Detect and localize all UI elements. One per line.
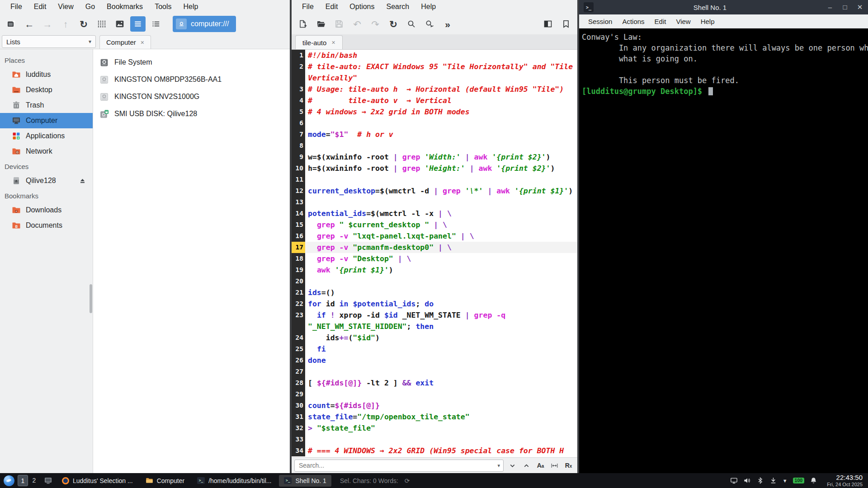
layout-caret-icon[interactable]: ▼ <box>783 478 788 483</box>
code-line: 5# 4 windows → 2x2 grid in BOTH modes <box>292 106 577 117</box>
tab-computer[interactable]: Computer × <box>99 35 151 49</box>
editor-menu-search[interactable]: Search <box>382 1 415 13</box>
file-item[interactable]: KINGSTON SNV2S1000G <box>99 88 290 105</box>
sidebar-item-ludditus[interactable]: ludditus <box>0 67 93 82</box>
close-icon[interactable]: × <box>331 39 335 46</box>
maximize-button[interactable]: □ <box>841 3 849 11</box>
match-case-button[interactable]: Aa <box>534 460 547 471</box>
search-button[interactable] <box>404 16 419 32</box>
window-controls: – □ ✕ <box>826 3 863 11</box>
overflow-button[interactable]: » <box>440 16 455 32</box>
thumbnail-view-button[interactable] <box>112 16 127 32</box>
reload-button[interactable]: ↻ <box>76 16 91 32</box>
code-line: 13 <box>292 197 577 208</box>
regex-button[interactable]: Rx <box>562 460 575 471</box>
undo-button[interactable]: ↶ <box>349 16 365 32</box>
sidebar-item-downloads[interactable]: Downloads <box>0 202 93 218</box>
close-icon[interactable]: × <box>141 39 144 46</box>
line-number: 24 <box>292 332 305 343</box>
fm-menu-file[interactable]: File <box>5 1 27 13</box>
minimize-button[interactable]: – <box>826 3 834 11</box>
fm-menu-edit[interactable]: Edit <box>29 1 52 13</box>
fm-menu-tools[interactable]: Tools <box>150 1 176 13</box>
go-forward-button[interactable]: → <box>40 16 55 32</box>
download-icon[interactable] <box>769 477 777 484</box>
save-file-button[interactable] <box>331 16 347 32</box>
side-pane-button[interactable] <box>540 16 556 32</box>
close-button[interactable]: ✕ <box>856 3 863 11</box>
volume-icon[interactable] <box>743 477 751 484</box>
find-next-button[interactable] <box>506 460 519 471</box>
editor-menu-file[interactable]: File <box>297 1 319 13</box>
search-input-wrap: ▾ <box>294 460 504 472</box>
fm-menu-go[interactable]: Go <box>80 1 100 13</box>
editor-menu-edit[interactable]: Edit <box>321 1 343 13</box>
code-area[interactable]: 1#!/bin/bash2# tile-auto: EXACT Windows … <box>292 50 577 458</box>
sidebar-item-documents[interactable]: Documents <box>0 218 93 233</box>
reload-button[interactable]: ↻ <box>386 16 401 32</box>
show-desktop-button[interactable] <box>42 475 54 486</box>
clock[interactable]: 22:43:50 Fri, 24 Oct 2025 <box>827 474 864 487</box>
file-item[interactable]: KINGSTON OM8PDP3256B-AA1 <box>99 71 290 88</box>
firefox-icon <box>62 477 69 484</box>
address-bar[interactable]: computer:/// <box>173 16 236 32</box>
terminal-screen[interactable]: Conway's Law: In any organization there … <box>579 28 868 474</box>
list-view-button[interactable] <box>130 16 146 32</box>
bluetooth-icon[interactable] <box>756 477 764 484</box>
go-back-button[interactable]: ← <box>22 16 37 32</box>
sidebar-item-applications[interactable]: Applications <box>0 128 93 144</box>
sidebar-item-computer[interactable]: Computer <box>0 113 93 128</box>
new-window-button[interactable] <box>4 16 19 32</box>
display-icon[interactable] <box>730 477 738 484</box>
search-input[interactable] <box>298 461 497 469</box>
battery-icon[interactable]: 100 <box>793 478 805 484</box>
terminal-menu-edit[interactable]: Edit <box>650 16 671 27</box>
terminal-menu-actions[interactable]: Actions <box>618 16 649 27</box>
line-number: 21 <box>292 287 305 298</box>
find-replace-button[interactable] <box>422 16 437 32</box>
sidebar-mode-select[interactable]: Lists ▾ <box>2 35 96 48</box>
tab-tile-auto[interactable]: tile-auto × <box>295 35 343 49</box>
terminal-menu-session[interactable]: Session <box>584 16 617 27</box>
open-file-button[interactable] <box>313 16 329 32</box>
taskbar-window-shell-no-1[interactable]: >_Shell No. 1 <box>279 475 331 487</box>
taskbar-window--home-ludditus-bin-til-[interactable]: >_/home/ludditus/bin/til... <box>192 475 276 487</box>
compact-view-button[interactable] <box>148 16 164 32</box>
workspace-1-button[interactable]: 1 <box>18 475 28 486</box>
bookmark-button[interactable] <box>558 16 574 32</box>
new-file-button[interactable] <box>295 16 311 32</box>
sidebar-item-desktop[interactable]: Desktop <box>0 82 93 98</box>
start-menu-button[interactable] <box>4 475 14 486</box>
code-line: 19 awk '{print $1}') <box>292 264 577 276</box>
taskbar-window-ludditus-selection-[interactable]: Ludditus' Selection ... <box>57 475 138 487</box>
fm-menu-help[interactable]: Help <box>178 1 203 13</box>
redo-button[interactable]: ↷ <box>368 16 383 32</box>
file-item[interactable]: SMI USB DISK: Qilive128 <box>99 105 290 122</box>
go-up-button[interactable]: ↑ <box>58 16 73 32</box>
icon-view-button[interactable] <box>94 16 109 32</box>
file-item[interactable]: File System <box>99 54 290 71</box>
editor-menu-help[interactable]: Help <box>416 1 441 13</box>
sidebar-scrollbar[interactable] <box>90 284 92 313</box>
code-line: 16 grep -v "lxqt-panel.lxqt-panel" | \ <box>292 230 577 242</box>
chevron-down-icon[interactable]: ▾ <box>497 463 500 469</box>
code-line: 4# tile-auto v → Vertical <box>292 95 577 106</box>
fm-menu-view[interactable]: View <box>53 1 78 13</box>
line-number: 30 <box>292 400 305 411</box>
workspace-2-button[interactable]: 2 <box>29 475 39 485</box>
editor-menubar: FileEditOptionsSearchHelp <box>292 0 577 14</box>
sidebar-item-trash[interactable]: Trash <box>0 98 93 113</box>
fm-menu-bookmarks[interactable]: Bookmarks <box>102 1 148 13</box>
sidebar-item-qilive128[interactable]: Qilive128 <box>0 173 93 188</box>
eject-icon[interactable] <box>79 177 86 185</box>
whole-word-button[interactable] <box>548 460 561 471</box>
terminal-menu-view[interactable]: View <box>671 16 695 27</box>
terminal-menu-help[interactable]: Help <box>696 16 719 27</box>
editor-menu-options[interactable]: Options <box>344 1 379 13</box>
taskbar-window-computer[interactable]: Computer <box>141 475 189 487</box>
find-previous-button[interactable] <box>520 460 533 471</box>
editor-tabbar: tile-auto × <box>292 34 577 50</box>
bell-icon[interactable] <box>810 477 817 484</box>
terminal-titlebar[interactable]: >_ Shell No. 1 – □ ✕ <box>579 0 868 14</box>
sidebar-item-network[interactable]: Network <box>0 144 93 159</box>
